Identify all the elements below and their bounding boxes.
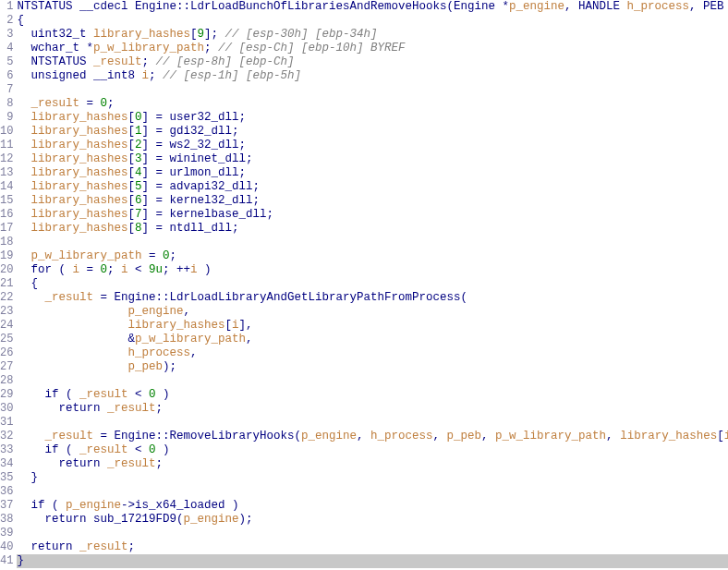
token-idn: ]; xyxy=(204,28,225,41)
code-line[interactable] xyxy=(17,416,728,430)
code-line[interactable]: library_hashes[5] = advapi32_dll; xyxy=(17,180,728,194)
token-idn: , HANDLE xyxy=(564,0,627,13)
token-var: _result xyxy=(107,457,156,470)
code-line[interactable]: library_hashes[1] = gdi32_dll; xyxy=(17,125,728,139)
code-line[interactable]: library_hashes[2] = ws2_32_dll; xyxy=(17,139,728,152)
line-number: 4 xyxy=(0,42,13,55)
code-line[interactable]: _result = Engine::LdrLoadLibraryAndGetLi… xyxy=(17,291,728,305)
line-number: 20 xyxy=(0,263,13,277)
token-idn: , PEB * xyxy=(689,0,728,13)
line-number-gutter: 1234567891011121314151617181920212223242… xyxy=(0,0,17,570)
token-var: _result xyxy=(79,443,128,456)
code-line[interactable]: unsigned __int8 i; // [esp-1h] [ebp-5h] xyxy=(17,69,728,83)
token-idn: [ xyxy=(127,194,135,207)
token-var: i xyxy=(141,69,149,82)
token-idn: = xyxy=(79,97,101,110)
code-line[interactable]: _result = Engine::RemoveLibraryHooks(p_e… xyxy=(17,430,728,443)
line-number: 11 xyxy=(0,139,13,152)
code-line[interactable]: &p_w_library_path, xyxy=(17,333,728,346)
code-line[interactable]: NTSTATUS _result; // [esp-8h] [ebp-Ch] xyxy=(17,55,728,69)
code-line[interactable] xyxy=(17,485,728,499)
token-idn: [ xyxy=(127,208,135,221)
code-line[interactable]: if ( _result < 0 ) xyxy=(17,388,728,402)
token-idn: return sub_17219FD9( xyxy=(17,513,183,526)
code-line[interactable]: return sub_17219FD9(p_engine); xyxy=(17,513,728,527)
code-line[interactable]: { xyxy=(17,14,728,28)
token-var: h_process xyxy=(627,0,690,13)
token-idn: wchar_t * xyxy=(17,42,93,55)
code-line[interactable]: library_hashes[7] = kernelbase_dll; xyxy=(17,208,728,222)
line-number: 26 xyxy=(0,346,13,360)
code-line[interactable]: library_hashes[3] = wininet_dll; xyxy=(17,152,728,166)
code-view[interactable]: NTSTATUS __cdecl Engine::LdrLoadBunchOfL… xyxy=(17,0,728,570)
code-line[interactable]: p_peb); xyxy=(17,360,728,374)
line-number: 12 xyxy=(0,152,13,166)
code-line[interactable]: _result = 0; xyxy=(17,97,728,111)
code-line[interactable]: p_engine, xyxy=(17,305,728,319)
token-var: library_hashes xyxy=(30,111,127,124)
token-var: _result xyxy=(79,540,128,553)
token-var: library_hashes xyxy=(620,430,717,443)
token-idn: ] = kernel32_dll; xyxy=(141,194,260,207)
code-line[interactable]: h_process, xyxy=(17,346,728,360)
line-number: 3 xyxy=(0,28,13,42)
code-line[interactable] xyxy=(17,83,728,97)
code-line[interactable]: library_hashes[4] = urlmon_dll; xyxy=(17,166,728,180)
token-idn: = xyxy=(141,249,163,262)
line-number: 7 xyxy=(0,83,13,97)
token-idn: if ( xyxy=(17,388,79,401)
token-idn: ; xyxy=(155,402,163,415)
line-number: 16 xyxy=(0,208,13,222)
code-line[interactable]: wchar_t *p_w_library_path; // [esp-Ch] [… xyxy=(17,42,728,55)
token-var: library_hashes xyxy=(30,166,127,179)
token-idn: , xyxy=(606,430,620,443)
code-line[interactable]: NTSTATUS __cdecl Engine::LdrLoadBunchOfL… xyxy=(17,0,728,14)
line-number: 34 xyxy=(0,457,13,471)
code-line[interactable] xyxy=(17,527,728,540)
token-cmt: // [esp-30h] [ebp-34h] xyxy=(225,28,378,41)
code-line[interactable]: for ( i = 0; i < 9u; ++i ) xyxy=(17,263,728,277)
line-number: 13 xyxy=(0,166,13,180)
code-line[interactable]: library_hashes[6] = kernel32_dll; xyxy=(17,194,728,208)
token-var: i xyxy=(190,263,198,276)
token-idn: , xyxy=(481,430,495,443)
code-line[interactable]: { xyxy=(17,277,728,291)
line-number: 1 xyxy=(0,0,13,14)
token-idn: ; xyxy=(107,263,121,276)
token-idn: ], xyxy=(239,319,253,332)
token-var: library_hashes xyxy=(30,125,127,138)
token-idn: return xyxy=(17,540,79,553)
code-line[interactable]: return _result; xyxy=(17,457,728,471)
code-line[interactable]: library_hashes[8] = ntdll_dll; xyxy=(17,222,728,236)
token-idn: { xyxy=(17,277,38,290)
code-line[interactable]: uint32_t library_hashes[9]; // [esp-30h]… xyxy=(17,28,728,42)
code-line[interactable] xyxy=(17,374,728,388)
code-line[interactable]: if ( _result < 0 ) xyxy=(17,443,728,457)
line-number: 31 xyxy=(0,416,13,430)
line-number: 35 xyxy=(0,471,13,485)
token-idn xyxy=(17,139,30,152)
token-idn: ] = user32_dll; xyxy=(141,111,246,124)
code-line[interactable]: return _result; xyxy=(17,540,728,554)
token-idn: ] = ntdll_dll; xyxy=(141,222,238,235)
code-line[interactable]: return _result; xyxy=(17,402,728,416)
token-idn xyxy=(17,319,127,332)
token-cmt: // [esp-8h] [ebp-Ch] xyxy=(155,55,294,68)
token-idn: = Engine::RemoveLibraryHooks( xyxy=(93,430,301,443)
token-idn: ; xyxy=(169,249,176,262)
token-idn: for ( xyxy=(17,263,72,276)
code-line[interactable]: library_hashes[0] = user32_dll; xyxy=(17,111,728,125)
code-line[interactable] xyxy=(17,236,728,249)
code-line[interactable]: if ( p_engine->is_x64_loaded ) xyxy=(17,499,728,513)
token-var: i xyxy=(121,263,128,276)
token-var: p_peb xyxy=(447,430,482,443)
code-line[interactable]: } xyxy=(17,554,728,568)
token-num: 0 xyxy=(100,97,107,110)
code-line[interactable]: p_w_library_path = 0; xyxy=(17,249,728,263)
code-line[interactable]: library_hashes[i], xyxy=(17,319,728,333)
line-number: 19 xyxy=(0,249,13,263)
token-idn: ; xyxy=(155,457,163,470)
code-line[interactable]: } xyxy=(17,471,728,485)
token-idn: } xyxy=(17,554,24,567)
token-idn: ); xyxy=(163,360,176,373)
